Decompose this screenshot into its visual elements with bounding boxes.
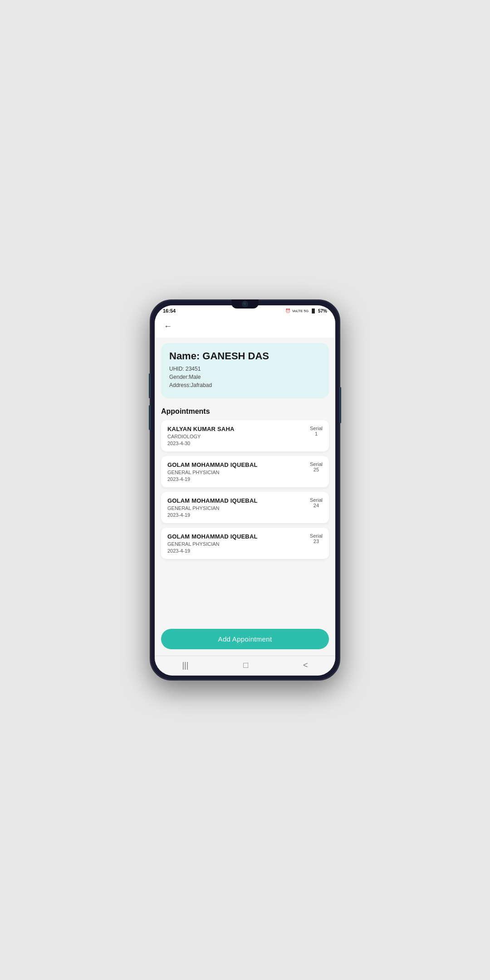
appointment-department: CARDIOLOGY bbox=[167, 434, 310, 439]
appointment-serial: Serial24 bbox=[310, 497, 323, 508]
appointment-info: KALYAN KUMAR SAHA CARDIOLOGY 2023-4-30 bbox=[167, 426, 310, 446]
patient-gender: Gender:Male bbox=[169, 374, 321, 380]
appointment-serial: Serial25 bbox=[310, 461, 323, 472]
alarm-icon: ⏰ bbox=[285, 309, 290, 313]
status-time: 16:54 bbox=[163, 308, 176, 314]
add-appointment-container: Add Appointment bbox=[155, 624, 335, 656]
signal-text: VoLTE 5G bbox=[292, 309, 309, 313]
appointment-date: 2023-4-19 bbox=[167, 476, 310, 482]
appointment-date: 2023-4-19 bbox=[167, 512, 310, 518]
appointment-info: GOLAM MOHAMMAD IQUEBAL GENERAL PHYSICIAN… bbox=[167, 461, 310, 482]
home-button[interactable]: □ bbox=[243, 661, 248, 670]
appointment-serial: Serial23 bbox=[310, 533, 323, 544]
appointment-department: GENERAL PHYSICIAN bbox=[167, 470, 310, 475]
back-nav-button[interactable]: < bbox=[303, 661, 308, 670]
appointment-info: GOLAM MOHAMMAD IQUEBAL GENERAL PHYSICIAN… bbox=[167, 533, 310, 554]
patient-address: Address:Jafrabad bbox=[169, 382, 321, 388]
main-content: Name: GANESH DAS UHID: 23451 Gender:Male… bbox=[155, 338, 335, 656]
appointment-department: GENERAL PHYSICIAN bbox=[167, 505, 310, 511]
phone-frame: 16:54 ⏰ VoLTE 5G ▐▌ 57% ← Name: GANESH D… bbox=[150, 299, 340, 681]
appointment-info: GOLAM MOHAMMAD IQUEBAL GENERAL PHYSICIAN… bbox=[167, 497, 310, 518]
appointment-card[interactable]: GOLAM MOHAMMAD IQUEBAL GENERAL PHYSICIAN… bbox=[161, 492, 329, 523]
patient-card: Name: GANESH DAS UHID: 23451 Gender:Male… bbox=[161, 343, 329, 398]
top-nav: ← bbox=[155, 315, 335, 338]
appointment-department: GENERAL PHYSICIAN bbox=[167, 541, 310, 547]
back-button[interactable]: ← bbox=[162, 320, 174, 333]
appointment-doctor: GOLAM MOHAMMAD IQUEBAL bbox=[167, 497, 310, 504]
status-icons: ⏰ VoLTE 5G ▐▌ 57% bbox=[285, 309, 327, 314]
battery-indicator: 57% bbox=[318, 309, 327, 314]
volume-down-button bbox=[149, 405, 151, 430]
add-appointment-button[interactable]: Add Appointment bbox=[161, 629, 329, 649]
appointment-doctor: GOLAM MOHAMMAD IQUEBAL bbox=[167, 533, 310, 540]
appointment-card[interactable]: GOLAM MOHAMMAD IQUEBAL GENERAL PHYSICIAN… bbox=[161, 456, 329, 487]
power-button bbox=[339, 387, 341, 423]
appointment-card[interactable]: GOLAM MOHAMMAD IQUEBAL GENERAL PHYSICIAN… bbox=[161, 528, 329, 559]
appointments-list: KALYAN KUMAR SAHA CARDIOLOGY 2023-4-30 S… bbox=[161, 420, 329, 559]
appointments-section: Appointments KALYAN KUMAR SAHA CARDIOLOG… bbox=[155, 404, 335, 624]
appointment-serial: Serial1 bbox=[310, 426, 323, 436]
phone-screen: 16:54 ⏰ VoLTE 5G ▐▌ 57% ← Name: GANESH D… bbox=[155, 305, 335, 676]
appointment-card[interactable]: KALYAN KUMAR SAHA CARDIOLOGY 2023-4-30 S… bbox=[161, 420, 329, 451]
appointment-date: 2023-4-30 bbox=[167, 441, 310, 446]
camera-lens bbox=[242, 301, 248, 307]
appointment-date: 2023-4-19 bbox=[167, 548, 310, 554]
volume-up-button bbox=[149, 373, 151, 398]
signal-bars-icon: ▐▌ bbox=[310, 309, 316, 313]
patient-name: Name: GANESH DAS bbox=[169, 350, 321, 362]
appointment-doctor: KALYAN KUMAR SAHA bbox=[167, 426, 310, 432]
bottom-nav: ||| □ < bbox=[155, 656, 335, 676]
recent-apps-button[interactable]: ||| bbox=[182, 661, 188, 670]
appointment-doctor: GOLAM MOHAMMAD IQUEBAL bbox=[167, 461, 310, 468]
camera-bump bbox=[231, 299, 259, 309]
patient-uhid: UHID: 23451 bbox=[169, 366, 321, 372]
appointments-title: Appointments bbox=[161, 407, 329, 416]
